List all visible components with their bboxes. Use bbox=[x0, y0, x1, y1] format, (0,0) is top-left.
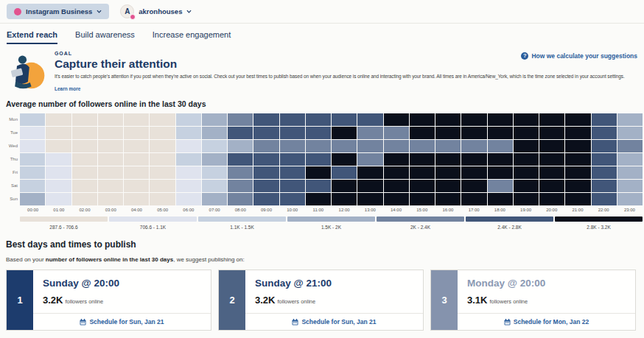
instagram-icon bbox=[14, 8, 21, 15]
heat-cell-thu-01:00 bbox=[46, 153, 71, 166]
heat-cell-thu-13:00 bbox=[357, 153, 382, 166]
heat-cell-mon-18:00 bbox=[488, 113, 513, 126]
heat-cell-tue-22:00 bbox=[592, 127, 617, 139]
heat-cell-mon-06:00 bbox=[176, 113, 201, 126]
learn-more-link[interactable]: Learn more bbox=[55, 86, 80, 91]
heat-cell-fri-00:00 bbox=[20, 166, 45, 179]
legend-range-label: 2K - 2.4K bbox=[377, 225, 464, 230]
heat-cell-thu-23:00 bbox=[617, 153, 643, 166]
heat-cell-mon-03:00 bbox=[98, 113, 123, 126]
heat-cell-thu-09:00 bbox=[253, 153, 279, 166]
hour-label-17:00: 17:00 bbox=[461, 208, 487, 212]
heat-cell-sat-13:00 bbox=[357, 180, 382, 192]
heat-cell-wed-04:00 bbox=[124, 140, 149, 152]
heat-cell-mon-13:00 bbox=[357, 113, 382, 126]
heat-cell-fri-13:00 bbox=[357, 166, 382, 179]
heat-cell-fri-06:00 bbox=[176, 166, 201, 179]
heat-cell-tue-13:00 bbox=[357, 127, 382, 139]
chevron-down-icon bbox=[186, 10, 192, 13]
heat-cell-wed-06:00 bbox=[176, 140, 201, 152]
hour-label-14:00: 14:00 bbox=[383, 208, 409, 212]
heat-cell-wed-05:00 bbox=[150, 140, 175, 152]
heat-cell-thu-14:00 bbox=[384, 153, 409, 166]
heat-cell-mon-10:00 bbox=[280, 113, 305, 126]
how-we-calculate-link[interactable]: ? How we calculate your suggestions bbox=[521, 52, 637, 60]
hour-label-11:00: 11:00 bbox=[305, 208, 331, 212]
best-times-title: Best days and times to publish bbox=[6, 239, 636, 250]
goal-illustration bbox=[7, 51, 48, 92]
day-label-mon: Mon bbox=[6, 113, 20, 126]
heat-cell-sun-11:00 bbox=[306, 193, 331, 205]
legend-swatch-3 bbox=[198, 216, 286, 222]
hour-label-20:00: 20:00 bbox=[539, 208, 564, 212]
legend-range-label: 2.4K - 2.8K bbox=[466, 225, 553, 230]
suggestion-main: Sunday @ 20:003.2Kfollowers online bbox=[33, 270, 211, 313]
heat-cell-fri-20:00 bbox=[539, 166, 564, 179]
hour-label-16:00: 16:00 bbox=[435, 208, 461, 212]
heat-cell-thu-04:00 bbox=[124, 153, 149, 166]
heat-cell-thu-22:00 bbox=[592, 153, 617, 166]
heat-cell-fri-03:00 bbox=[98, 166, 123, 179]
heat-cell-thu-07:00 bbox=[202, 153, 227, 166]
schedule-button-label: Schedule for Mon, Jan 22 bbox=[514, 318, 589, 325]
tab-increase-engagement[interactable]: Increase engagement bbox=[153, 30, 231, 44]
heat-cell-tue-12:00 bbox=[332, 127, 357, 139]
day-label-sun: Sun bbox=[6, 193, 20, 205]
heat-cell-mon-21:00 bbox=[565, 113, 590, 126]
heat-cell-mon-02:00 bbox=[72, 113, 97, 126]
heat-cell-fri-15:00 bbox=[410, 166, 435, 179]
heat-cell-mon-00:00 bbox=[20, 113, 45, 126]
heat-cell-mon-22:00 bbox=[592, 113, 617, 126]
intro-suffix: , we suggest publishing on: bbox=[173, 256, 245, 263]
heat-cell-tue-04:00 bbox=[124, 127, 149, 139]
heat-cell-fri-01:00 bbox=[46, 166, 71, 179]
heat-cell-mon-05:00 bbox=[150, 113, 175, 126]
heat-cell-sun-13:00 bbox=[357, 193, 382, 205]
legend-segment-6: 2.4K - 2.8K bbox=[466, 216, 553, 230]
heat-cell-mon-04:00 bbox=[124, 113, 149, 126]
tab-build-awareness[interactable]: Build awareness bbox=[75, 30, 135, 44]
account-selector[interactable]: A akronhouses bbox=[120, 4, 192, 18]
suggestion-time: Monday @ 20:00 bbox=[467, 278, 626, 289]
suggestion-main: Sunday @ 21:003.2Kfollowers online bbox=[245, 270, 423, 313]
suggestion-metric: 3.1Kfollowers online bbox=[467, 293, 626, 306]
how-we-calculate-label: How we calculate your suggestions bbox=[531, 52, 637, 60]
legend-swatch-4 bbox=[287, 216, 375, 222]
heat-cell-fri-11:00 bbox=[306, 166, 331, 179]
schedule-button[interactable]: Schedule for Mon, Jan 22 bbox=[458, 313, 635, 330]
hour-label-08:00: 08:00 bbox=[228, 208, 253, 212]
suggestion-rank: 3 bbox=[431, 270, 458, 330]
heat-cell-thu-16:00 bbox=[435, 153, 461, 166]
heat-cell-tue-06:00 bbox=[176, 127, 201, 139]
heat-cell-fri-12:00 bbox=[332, 166, 357, 179]
metric-label: followers online bbox=[489, 298, 528, 305]
schedule-button[interactable]: Schedule for Sun, Jan 21 bbox=[245, 313, 423, 330]
heat-cell-mon-01:00 bbox=[46, 113, 71, 126]
calendar-icon bbox=[504, 319, 511, 325]
heat-cell-wed-03:00 bbox=[98, 140, 123, 152]
heat-cell-sat-16:00 bbox=[435, 180, 461, 192]
legend-swatch-6 bbox=[466, 216, 553, 222]
legend-segment-7: 2.8K - 3.2K bbox=[555, 216, 643, 230]
heat-cell-wed-07:00 bbox=[202, 140, 227, 152]
tab-extend-reach[interactable]: Extend reach bbox=[7, 30, 57, 44]
heat-cell-sat-18:00 bbox=[488, 180, 513, 192]
heat-cell-sun-02:00 bbox=[72, 193, 97, 205]
heat-cell-sat-04:00 bbox=[124, 180, 149, 192]
heat-cell-thu-15:00 bbox=[410, 153, 435, 166]
legend-swatch-7 bbox=[555, 216, 643, 222]
heat-cell-mon-09:00 bbox=[253, 113, 279, 126]
metric-value: 3.2K bbox=[43, 295, 63, 306]
heat-cell-sun-22:00 bbox=[592, 193, 617, 205]
heat-cell-sun-21:00 bbox=[565, 193, 590, 205]
network-selector[interactable]: Instagram Business bbox=[7, 4, 109, 19]
heat-cell-sat-03:00 bbox=[98, 180, 123, 192]
day-label-thu: Thu bbox=[6, 153, 20, 166]
schedule-button[interactable]: Schedule for Sun, Jan 21 bbox=[33, 313, 211, 330]
heat-cell-wed-21:00 bbox=[565, 140, 590, 152]
heat-cell-thu-08:00 bbox=[228, 153, 253, 166]
suggestion-body: Monday @ 20:003.1Kfollowers onlineSchedu… bbox=[458, 270, 635, 330]
heat-cell-sat-08:00 bbox=[228, 180, 253, 192]
heat-cell-mon-14:00 bbox=[384, 113, 409, 126]
heat-cell-tue-07:00 bbox=[202, 127, 227, 139]
